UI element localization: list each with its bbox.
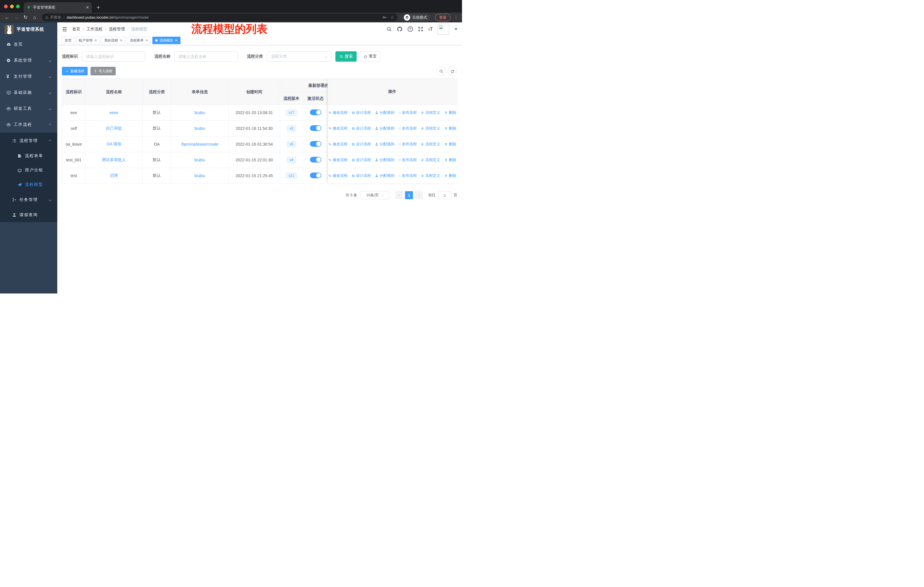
design-process-link[interactable]: ⚙设计流程 — [351, 173, 371, 178]
page-size-select[interactable]: 10条/页 — [360, 191, 389, 199]
filter-key-input[interactable] — [82, 51, 145, 62]
form-info-link[interactable]: biubiu — [195, 110, 205, 115]
filter-category-select[interactable]: 流程分类 — [267, 51, 332, 62]
edit-process-link[interactable]: ✎修改流程 — [328, 157, 347, 162]
version-tag[interactable]: v4 — [287, 157, 296, 163]
github-icon[interactable] — [397, 26, 403, 32]
bookmark-star-icon[interactable]: ☆ — [390, 15, 394, 20]
active-toggle[interactable] — [310, 141, 322, 147]
browser-menu-icon[interactable]: ⋮ — [454, 15, 459, 20]
design-process-link[interactable]: ⚙设计流程 — [351, 110, 371, 115]
close-window-button[interactable] — [4, 5, 8, 8]
active-toggle[interactable] — [310, 172, 322, 178]
sidebar-item-workflow[interactable]: 工作流程 — [0, 117, 57, 133]
tag-home[interactable]: 首页 — [62, 37, 74, 44]
delete-link[interactable]: 删除 — [444, 126, 456, 131]
update-button[interactable]: 更新 — [435, 14, 450, 21]
tag-close-icon[interactable]: ✕ — [94, 38, 97, 42]
reload-icon[interactable]: ↻ — [22, 14, 29, 20]
edit-process-link[interactable]: ✎修改流程 — [328, 126, 347, 131]
sidebar-item-user-group[interactable]: 用户分组 — [0, 163, 57, 177]
process-definition-link[interactable]: 流程定义 — [421, 142, 440, 147]
minimize-window-button[interactable] — [10, 5, 14, 8]
sidebar-item-system[interactable]: 系统管理 — [0, 53, 57, 68]
form-info-link[interactable]: biubiu — [195, 158, 205, 162]
version-tag[interactable]: v2 — [287, 125, 296, 132]
assign-rule-link[interactable]: 分配规则 — [375, 173, 394, 178]
current-page-button[interactable]: 1 — [405, 191, 413, 199]
edit-process-link[interactable]: ✎修改流程 — [328, 173, 347, 178]
breadcrumb-workflow[interactable]: 工作流程 — [86, 26, 102, 32]
import-process-button[interactable]: ↥ 导入流程 — [91, 67, 116, 75]
design-process-link[interactable]: ⚙设计流程 — [351, 142, 371, 147]
breadcrumb-home[interactable]: 首页 — [72, 26, 80, 32]
process-definition-link[interactable]: 流程定义 — [421, 126, 440, 131]
filter-name-input[interactable] — [174, 51, 238, 62]
publish-process-link[interactable]: ☝发布流程 — [398, 110, 417, 115]
form-info-link[interactable]: biubiu — [195, 126, 205, 131]
prev-page-button[interactable] — [395, 191, 403, 199]
new-tab-button[interactable]: + — [97, 4, 100, 11]
publish-process-link[interactable]: ☝发布流程 — [398, 157, 417, 162]
reset-button[interactable]: 重置 — [360, 51, 380, 62]
process-definition-link[interactable]: 流程定义 — [421, 110, 440, 115]
active-toggle[interactable] — [310, 109, 322, 115]
goto-page-input[interactable] — [439, 191, 451, 199]
publish-process-link[interactable]: ☝发布流程 — [398, 173, 417, 178]
sidebar-item-process-management[interactable]: 流程管理 — [0, 133, 57, 149]
sidebar-item-process-form[interactable]: 流程表单 — [0, 149, 57, 163]
process-name-link[interactable]: OA 请假 — [107, 142, 121, 146]
delete-link[interactable]: 删除 — [444, 110, 456, 115]
tag-tenant-management[interactable]: 租户管理 ✕ — [76, 37, 100, 44]
forward-icon[interactable]: → — [13, 15, 20, 20]
active-toggle[interactable] — [310, 125, 322, 131]
help-icon[interactable]: ? — [408, 26, 413, 32]
address-bar[interactable]: ⚠ 不安全 dashboard.yudao.iocoder.cn/bpm/man… — [42, 13, 398, 21]
tab-close-icon[interactable]: ✕ — [86, 5, 89, 10]
sidebar-collapse-icon[interactable] — [62, 26, 68, 32]
form-info-link[interactable]: /bpm/oa/leave/create — [181, 142, 219, 147]
search-icon[interactable] — [386, 26, 392, 32]
refresh-table-button[interactable] — [448, 66, 457, 76]
font-size-icon[interactable]: тT — [428, 26, 433, 32]
tag-close-icon[interactable]: ✕ — [120, 38, 122, 42]
delete-link[interactable]: 删除 — [444, 157, 456, 162]
process-name-link[interactable]: 测试多审批人 — [102, 157, 126, 162]
avatar-caret-icon[interactable] — [455, 28, 457, 30]
version-tag[interactable]: v5 — [287, 141, 296, 147]
assign-rule-link[interactable]: 分配规则 — [375, 110, 394, 115]
tag-close-icon[interactable]: ✕ — [175, 38, 178, 42]
process-definition-link[interactable]: 流程定义 — [421, 157, 440, 162]
sidebar-item-payment[interactable]: ¥ 支付管理 — [0, 68, 57, 84]
show-search-toggle-button[interactable] — [437, 66, 446, 76]
sidebar-item-task-management[interactable]: 任务管理 — [0, 192, 57, 208]
search-button[interactable]: 搜索 — [335, 51, 356, 62]
avatar[interactable] — [438, 24, 449, 35]
publish-process-link[interactable]: ☝发布流程 — [398, 142, 417, 147]
sidebar-item-leave-query[interactable]: 请假查询 — [0, 208, 57, 222]
tag-my-process[interactable]: 我的流程 ✕ — [101, 37, 125, 44]
delete-link[interactable]: 删除 — [444, 142, 456, 147]
create-process-button[interactable]: ＋ 新建流程 — [62, 67, 87, 75]
version-tag[interactable]: v17 — [286, 109, 297, 116]
sidebar-item-devtools[interactable]: 研发工具 — [0, 101, 57, 117]
design-process-link[interactable]: ⚙设计流程 — [351, 157, 371, 162]
back-icon[interactable]: ← — [3, 15, 11, 20]
edit-process-link[interactable]: ✎修改流程 — [328, 142, 347, 147]
tag-close-icon[interactable]: ✕ — [145, 38, 148, 42]
process-definition-link[interactable]: 流程定义 — [421, 173, 440, 178]
next-page-button[interactable] — [415, 191, 423, 199]
publish-process-link[interactable]: ☝发布流程 — [398, 126, 417, 131]
process-name-link[interactable]: 自己审批 — [106, 126, 122, 131]
tag-process-form[interactable]: 流程表单 ✕ — [127, 37, 151, 44]
process-name-link[interactable]: eeee — [109, 110, 118, 115]
sidebar-item-home[interactable]: 首页 — [0, 36, 57, 53]
sidebar-item-infrastructure[interactable]: 基础设施 — [0, 84, 57, 101]
design-process-link[interactable]: ⚙设计流程 — [351, 126, 371, 131]
delete-link[interactable]: 删除 — [444, 173, 456, 178]
edit-process-link[interactable]: ✎修改流程 — [328, 110, 347, 115]
browser-tab[interactable]: 芋道管理系统 ✕ — [24, 2, 92, 13]
tag-process-model[interactable]: 流程模型 ✕ — [152, 37, 180, 44]
assign-rule-link[interactable]: 分配规则 — [375, 126, 394, 131]
process-name-link[interactable]: 滔博 — [110, 173, 118, 178]
